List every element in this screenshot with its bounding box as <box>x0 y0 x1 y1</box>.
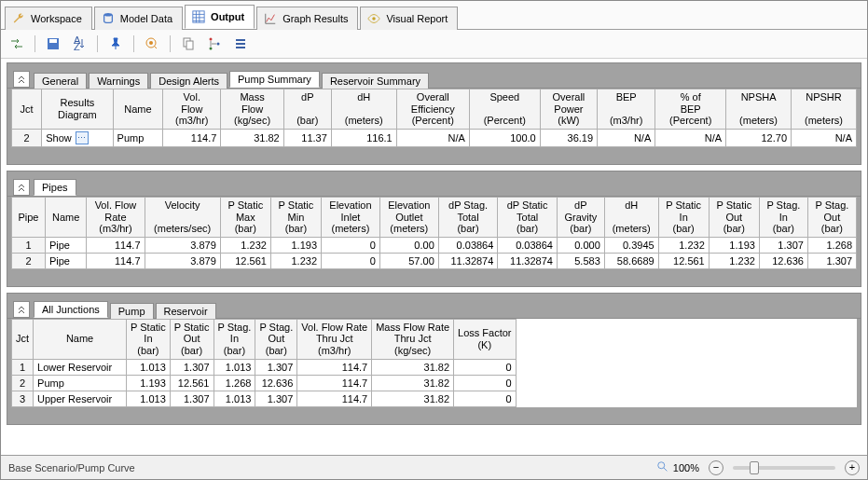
col-efficiency[interactable]: OverallEfficiency(Percent) <box>396 89 469 130</box>
subtab-pump[interactable]: Pump <box>110 303 154 319</box>
panel-filler <box>7 411 861 424</box>
collapse-button[interactable] <box>13 179 30 196</box>
col-vol-flow[interactable]: Vol.Flow(m3/hr) <box>163 89 221 130</box>
col-power[interactable]: OverallPower(kW) <box>540 89 597 130</box>
col-vol-flow-rate[interactable]: Vol. Flow RateThru Jct(m3/hr) <box>297 319 372 359</box>
col-dp-gravity[interactable]: dPGravity(bar) <box>557 197 604 237</box>
panel-filler <box>7 151 861 164</box>
list-button[interactable] <box>230 34 251 54</box>
table-row[interactable]: 1 Lower Reservoir 1.013 1.307 1.013 1.30… <box>12 359 517 375</box>
tab-model-data[interactable]: Model Data <box>94 7 183 30</box>
col-pstatic-out[interactable]: P StaticOut(bar) <box>170 319 214 359</box>
col-npsha[interactable]: NPSHA(meters) <box>726 89 792 130</box>
col-pct-bep[interactable]: % ofBEP(Percent) <box>655 89 726 130</box>
pump-summary-table-wrap: Jct ResultsDiagram Name Vol.Flow(m3/hr) … <box>11 89 857 147</box>
col-pstatic-in[interactable]: P StaticIn(bar) <box>127 319 171 359</box>
svg-point-12 <box>210 48 213 50</box>
col-pstag-out[interactable]: P Stag.Out(bar) <box>807 197 856 237</box>
collapse-button[interactable] <box>13 71 30 88</box>
col-mass-flow[interactable]: MassFlow(kg/sec) <box>221 89 283 130</box>
database-icon <box>101 11 116 26</box>
col-dp-stag-total[interactable]: dP Stag.Total(bar) <box>438 197 498 237</box>
copy-button[interactable] <box>178 34 199 54</box>
col-npshr[interactable]: NPSHR(meters) <box>792 89 857 130</box>
hierarchy-button[interactable] <box>204 34 225 54</box>
junctions-panel: All Junctions Pump Reservoir Jct Name P … <box>7 293 861 425</box>
col-dp-static-total[interactable]: dP StaticTotal(bar) <box>498 197 558 237</box>
goal-button[interactable] <box>142 34 162 54</box>
col-mass-flow-rate[interactable]: Mass Flow RateThru Jct(kg/sec) <box>372 319 454 359</box>
col-pstatic-out[interactable]: P StaticOut(bar) <box>709 197 759 237</box>
zoom-slider[interactable] <box>733 466 835 470</box>
table-row[interactable]: 1 Pipe 114.7 3.879 1.232 1.193 0 0.00 0.… <box>12 237 857 253</box>
col-dh[interactable]: dH(meters) <box>604 197 658 237</box>
subtab-general[interactable]: General <box>34 73 87 89</box>
pipes-table: Pipe Name Vol. FlowRate(m3/hr) Velocity(… <box>11 197 857 269</box>
pipes-table-wrap: Pipe Name Vol. FlowRate(m3/hr) Velocity(… <box>11 197 857 269</box>
col-vol-flow-rate[interactable]: Vol. FlowRate(m3/hr) <box>87 197 145 237</box>
subtab-reservoir[interactable]: Reservoir <box>156 303 216 319</box>
col-name[interactable]: Name <box>34 319 127 359</box>
col-bep[interactable]: BEP(m3/hr) <box>598 89 655 130</box>
col-results-diagram[interactable]: ResultsDiagram <box>42 89 113 130</box>
magnifier-icon <box>656 460 669 475</box>
col-pstatic-in[interactable]: P StaticIn(bar) <box>658 197 709 237</box>
subtab-reservoir-summary[interactable]: Reservoir Summary <box>322 73 429 89</box>
chevron-double-up-icon <box>17 183 26 192</box>
junctions-table: Jct Name P StaticIn(bar) P StaticOut(bar… <box>11 319 517 407</box>
tab-visual-report[interactable]: Visual Report <box>360 7 458 30</box>
pin-button[interactable] <box>105 34 126 54</box>
sub-tabbar-2: Pipes <box>7 171 861 197</box>
zoom-level[interactable]: 100% <box>673 462 699 473</box>
subtab-warnings[interactable]: Warnings <box>89 73 148 89</box>
sort-button[interactable]: AZ <box>69 34 90 54</box>
table-row[interactable]: 3 Upper Reservoir 1.013 1.307 1.013 1.30… <box>12 391 517 406</box>
wrench-icon <box>11 11 26 26</box>
panel-filler <box>7 273 861 286</box>
tab-workspace[interactable]: Workspace <box>5 7 92 30</box>
tab-output[interactable]: Output <box>185 5 255 29</box>
col-speed[interactable]: Speed(Percent) <box>469 89 540 130</box>
col-pstatic-min[interactable]: P StaticMin(bar) <box>270 197 321 237</box>
col-dp[interactable]: dP(bar) <box>283 89 331 130</box>
tab-label: Model Data <box>120 13 172 24</box>
svg-rect-10 <box>186 41 193 49</box>
col-velocity[interactable]: Velocity(meters/sec) <box>145 197 220 237</box>
subtab-all-junctions[interactable]: All Junctions <box>34 301 108 318</box>
col-elev-inlet[interactable]: ElevationInlet(meters) <box>322 197 380 237</box>
subtab-pump-summary[interactable]: Pump Summary <box>229 71 320 88</box>
col-pstag-in[interactable]: P Stag.In(bar) <box>759 197 807 237</box>
col-dh[interactable]: dH(meters) <box>331 89 396 130</box>
table-row[interactable]: 2 Show⋯ Pump 114.7 31.82 11.37 116.1 N/A… <box>12 129 857 146</box>
subtab-design-alerts[interactable]: Design Alerts <box>150 73 227 89</box>
junctions-table-wrap: Jct Name P StaticIn(bar) P StaticOut(bar… <box>11 319 857 407</box>
pump-summary-table: Jct ResultsDiagram Name Vol.Flow(m3/hr) … <box>11 89 857 147</box>
col-elev-outlet[interactable]: ElevationOutlet(meters) <box>379 197 438 237</box>
collapse-button[interactable] <box>13 301 30 318</box>
tab-graph-results[interactable]: Graph Results <box>256 7 358 30</box>
col-name[interactable]: Name <box>45 197 86 237</box>
zoom-in-button[interactable]: + <box>845 460 860 475</box>
col-pstag-in[interactable]: P Stag.In(bar) <box>214 319 255 359</box>
col-pstatic-max[interactable]: P StaticMax(bar) <box>220 197 270 237</box>
table-row[interactable]: 2 Pipe 114.7 3.879 12.561 1.232 0 57.00 … <box>12 253 857 268</box>
col-pstag-out[interactable]: P Stag.Out(bar) <box>255 319 297 359</box>
transfer-button[interactable] <box>7 34 27 54</box>
col-pipe[interactable]: Pipe <box>12 197 46 237</box>
col-jct[interactable]: Jct <box>12 319 34 359</box>
table-row[interactable]: 2 Pump 1.193 12.561 1.268 12.636 114.7 3… <box>12 375 517 391</box>
col-name[interactable]: Name <box>113 89 163 130</box>
svg-point-14 <box>658 461 665 468</box>
cell-jct: 2 <box>12 129 42 146</box>
zoom-slider-thumb[interactable] <box>750 461 759 474</box>
chevron-double-up-icon <box>17 305 26 314</box>
show-diagram-button[interactable]: ⋯ <box>76 131 89 144</box>
chart-icon <box>263 11 278 26</box>
zoom-out-button[interactable]: − <box>709 460 723 475</box>
col-jct[interactable]: Jct <box>12 89 42 130</box>
tab-label: Workspace <box>31 13 82 24</box>
save-button[interactable] <box>43 34 63 54</box>
scenario-path: Base Scenario/Pump Curve <box>8 462 135 473</box>
subtab-pipes[interactable]: Pipes <box>34 179 76 196</box>
col-loss-factor[interactable]: Loss Factor(K) <box>454 319 516 359</box>
